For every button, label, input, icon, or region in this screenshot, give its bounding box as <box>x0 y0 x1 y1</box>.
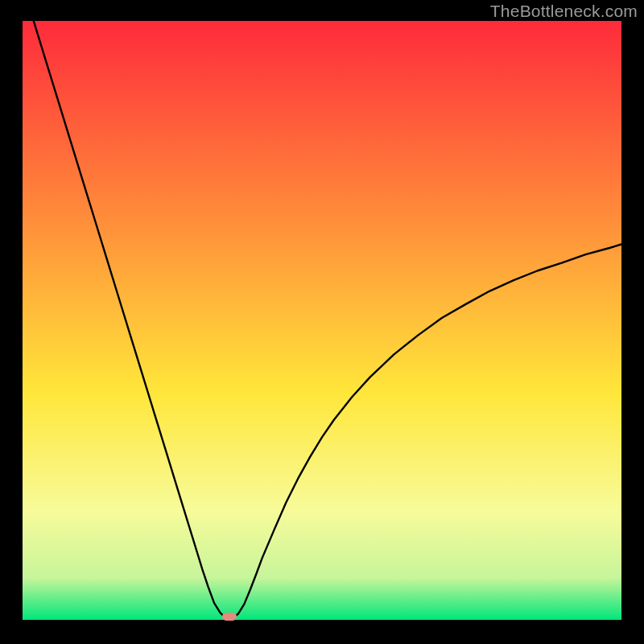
watermark-text: TheBottleneck.com <box>490 2 638 21</box>
plot-frame <box>23 21 621 620</box>
minimum-marker <box>222 613 237 621</box>
bottleneck-chart <box>23 21 621 620</box>
gradient-background <box>23 21 621 620</box>
